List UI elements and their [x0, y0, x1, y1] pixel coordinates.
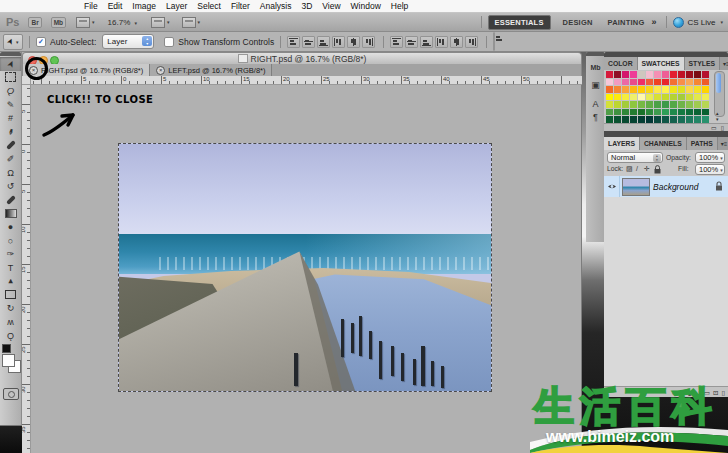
lasso-tool-button[interactable]: Q	[0, 84, 21, 98]
color-swatch[interactable]	[630, 116, 637, 123]
color-swatch[interactable]	[614, 116, 621, 123]
arrange-documents-icon[interactable]	[151, 17, 165, 28]
brush-tool-button[interactable]: ✐	[0, 152, 21, 166]
color-swatch[interactable]	[662, 71, 669, 78]
tab-close-icon[interactable]: ×	[156, 66, 165, 75]
panel-tab-paths[interactable]: PATHS	[687, 137, 718, 150]
color-swatch[interactable]	[622, 101, 629, 108]
blur-tool-button[interactable]: ●	[0, 220, 21, 234]
distribute-left-edges-icon[interactable]	[435, 36, 448, 48]
color-swatch[interactable]	[686, 79, 693, 86]
hand-tool-button[interactable]: ʍ	[0, 315, 21, 329]
color-swatch[interactable]	[670, 86, 677, 93]
workspace-design[interactable]: DESIGN	[560, 16, 596, 29]
layer-row-background[interactable]: Background	[604, 176, 728, 198]
new-swatch-icon[interactable]: ▭	[711, 125, 717, 131]
align-bottom-edges-icon[interactable]	[317, 36, 330, 48]
color-swatch[interactable]	[702, 71, 709, 78]
menu-item-help[interactable]: Help	[391, 1, 408, 11]
color-swatch[interactable]	[646, 109, 653, 116]
eraser-tool-button[interactable]	[0, 193, 21, 207]
color-swatch[interactable]	[678, 71, 685, 78]
distribute-right-edges-icon[interactable]	[465, 36, 478, 48]
color-swatch[interactable]	[646, 116, 653, 123]
layer-name[interactable]: Background	[653, 182, 698, 192]
color-swatch[interactable]	[694, 101, 701, 108]
show-transform-checkbox[interactable]	[164, 37, 174, 47]
document-tab-2[interactable]: ×LEFT.psd @ 16.7% (RGB/8*)	[150, 64, 272, 76]
distribute-vertical-centers-icon[interactable]	[405, 36, 418, 48]
auto-select-target-dropdown[interactable]: Layer	[102, 34, 154, 49]
cs-live-button[interactable]: CS Live ▾	[673, 17, 723, 28]
color-swatch[interactable]	[662, 86, 669, 93]
color-swatch[interactable]	[638, 109, 645, 116]
color-swatch[interactable]	[686, 94, 693, 101]
color-swatch[interactable]	[638, 94, 645, 101]
color-swatch[interactable]	[622, 71, 629, 78]
menu-item-filter[interactable]: Filter	[231, 1, 250, 11]
path-selection-tool-button[interactable]: ▸	[0, 275, 21, 289]
scroll-down-icon[interactable]: ▾	[716, 116, 719, 122]
color-swatch[interactable]	[638, 86, 645, 93]
menu-item-file[interactable]: File	[84, 1, 98, 11]
color-swatch[interactable]	[670, 79, 677, 86]
color-swatch[interactable]	[630, 71, 637, 78]
color-swatch[interactable]	[614, 79, 621, 86]
color-swatch[interactable]	[686, 71, 693, 78]
color-swatch[interactable]	[694, 71, 701, 78]
document-window-titlebar[interactable]: RIGHT.psd @ 16.7% (RGB/8*)	[22, 52, 582, 64]
color-swatch[interactable]	[646, 94, 653, 101]
color-swatch[interactable]	[670, 116, 677, 123]
gradient-tool-button[interactable]	[0, 207, 21, 221]
layer-thumbnail[interactable]	[622, 178, 650, 196]
align-top-edges-icon[interactable]	[287, 36, 300, 48]
color-swatch[interactable]	[646, 79, 653, 86]
color-swatch[interactable]	[670, 109, 677, 116]
rectangular-marquee-tool-button[interactable]	[0, 71, 21, 85]
color-swatch[interactable]	[678, 116, 685, 123]
color-swatch[interactable]	[654, 71, 661, 78]
align-right-edges-icon[interactable]	[362, 36, 375, 48]
color-swatch[interactable]	[638, 79, 645, 86]
menu-item-view[interactable]: View	[322, 1, 340, 11]
quick-mask-mode-icon[interactable]	[3, 388, 19, 400]
color-swatch[interactable]	[630, 109, 637, 116]
pen-tool-button[interactable]: ✑	[0, 247, 21, 261]
color-swatch[interactable]	[662, 94, 669, 101]
align-left-edges-icon[interactable]	[332, 36, 345, 48]
mini-bridge-panel-icon[interactable]: Mb	[586, 64, 605, 71]
color-swatch[interactable]	[606, 71, 613, 78]
distribute-bottom-edges-icon[interactable]	[420, 36, 433, 48]
move-tool-preset-button[interactable]: ➤▾	[3, 34, 23, 50]
foreground-color-swatch[interactable]	[2, 354, 15, 367]
menu-item-image[interactable]: Image	[132, 1, 156, 11]
color-swatch[interactable]	[614, 71, 621, 78]
color-swatch[interactable]	[662, 79, 669, 86]
menu-item-select[interactable]: Select	[197, 1, 221, 11]
workspace-overflow-icon[interactable]: »	[651, 17, 656, 27]
color-swatch[interactable]	[694, 109, 701, 116]
color-swatch[interactable]	[678, 79, 685, 86]
color-swatch[interactable]	[686, 101, 693, 108]
workspace-painting[interactable]: PAINTING	[605, 16, 648, 29]
screen-mode-icon[interactable]	[182, 17, 196, 28]
type-tool-button[interactable]: T	[0, 261, 21, 275]
lock-all-icon[interactable]	[654, 165, 661, 174]
move-tool-button[interactable]: ➤	[0, 57, 21, 71]
dodge-tool-button[interactable]: ○	[0, 234, 21, 248]
panel-tab-styles[interactable]: STYLES	[685, 57, 720, 70]
quick-selection-tool-button[interactable]: ✎	[0, 98, 21, 112]
color-swatch[interactable]	[638, 101, 645, 108]
color-swatch[interactable]	[606, 79, 613, 86]
color-swatch[interactable]	[654, 94, 661, 101]
crop-tool-button[interactable]: #	[0, 111, 21, 125]
color-swatch[interactable]	[622, 86, 629, 93]
rectangle-tool-button[interactable]	[0, 288, 21, 302]
color-swatch[interactable]	[630, 86, 637, 93]
healing-brush-tool-button[interactable]	[0, 139, 21, 153]
color-swatch[interactable]	[670, 71, 677, 78]
view-extras-icon[interactable]	[76, 17, 90, 28]
panel-tab-channels[interactable]: CHANNELS	[640, 137, 687, 150]
menu-item-edit[interactable]: Edit	[108, 1, 123, 11]
color-swatch[interactable]	[694, 79, 701, 86]
